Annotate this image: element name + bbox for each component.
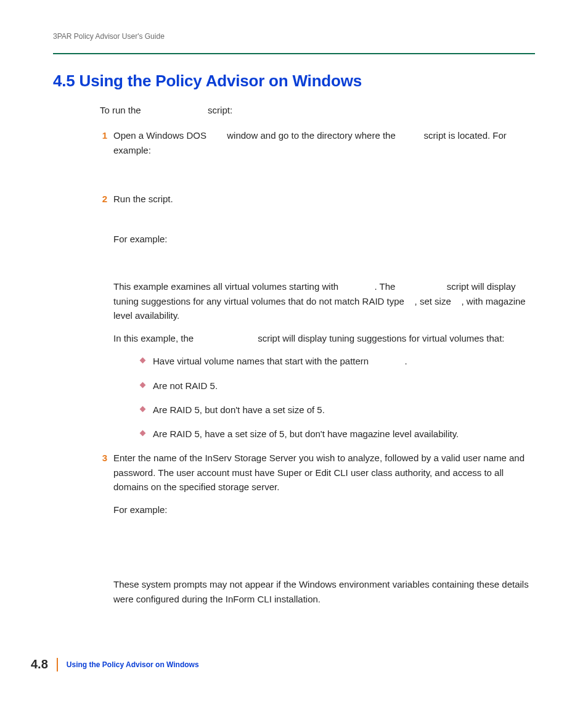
footer-section-title: Using the Policy Advisor on Windows [67, 660, 199, 669]
s2-p3d: , set size [415, 296, 454, 306]
page-number: 4.8 [31, 657, 57, 671]
step-1-text: Open a Windows DOS window and go to the … [113, 128, 535, 157]
s1-pre: Open a Windows DOS [113, 130, 209, 141]
b1b: . [405, 356, 407, 366]
s2-blank3 [407, 296, 412, 306]
b1a: Have virtual volume names that start wit… [153, 356, 371, 366]
s1-blank2 [398, 130, 422, 141]
gap [113, 166, 535, 183]
step-1: 1 Open a Windows DOS window and go to th… [100, 128, 535, 183]
intro-paragraph: To run the script: [100, 103, 535, 117]
s2-blank1 [341, 281, 372, 292]
gap [113, 255, 535, 279]
body-content: To run the script: 1 Open a Windows DOS … [100, 103, 535, 606]
s2-line1: Run the script. [113, 192, 535, 206]
s2-blank4 [454, 296, 459, 306]
s2-p4b: script will display tuning suggestions f… [258, 333, 504, 343]
s2-p4: In this example, the script will display… [113, 331, 535, 345]
list-item: Are not RAID 5. [141, 379, 535, 393]
intro-blank [144, 105, 205, 115]
s1-blank1 [209, 130, 224, 141]
intro-pre: To run the [100, 105, 144, 115]
gap [113, 525, 535, 552]
list-item: Have virtual volume names that start wit… [141, 354, 535, 368]
step-number: 3 [96, 451, 107, 465]
list-item: Are RAID 5, have a set size of 5, but do… [141, 427, 535, 441]
gap [113, 215, 535, 232]
document-page: 3PAR Policy Advisor User's Guide 4.5 Usi… [0, 0, 588, 706]
s2-blank2 [398, 281, 444, 292]
list-item: Are RAID 5, but don't have a set size of… [141, 403, 535, 417]
s2-p3a: This example examines all virtual volume… [113, 281, 341, 292]
intro-post: script: [208, 105, 232, 115]
s2-line2: For example: [113, 232, 535, 246]
page-footer: 4.8 Using the Policy Advisor on Windows [31, 657, 199, 671]
s3-p2: For example: [113, 503, 535, 517]
step-number: 2 [96, 192, 107, 206]
running-header: 3PAR Policy Advisor User's Guide [53, 32, 539, 41]
s3-p3: These system prompts may not appear if t… [113, 577, 535, 606]
footer-divider [57, 658, 58, 671]
step-number: 1 [96, 128, 107, 142]
ordered-steps: 1 Open a Windows DOS window and go to th… [100, 128, 535, 606]
step-3: 3 Enter the name of the InServ Storage S… [100, 451, 535, 606]
b1-blank [371, 356, 402, 366]
s1-mid: window and go to the directory where the [227, 130, 398, 141]
s3-p1: Enter the name of the InServ Storage Ser… [113, 451, 535, 494]
step-2: 2 Run the script. For example: This exam… [100, 192, 535, 441]
s2-blank5 [196, 333, 255, 343]
s2-p3b: . The [375, 281, 398, 292]
horizontal-rule [53, 53, 535, 54]
bullet-list: Have virtual volume names that start wit… [141, 354, 535, 441]
section-heading: 4.5 Using the Policy Advisor on Windows [53, 72, 539, 91]
s2-p3: This example examines all virtual volume… [113, 279, 535, 322]
s2-p4a: In this example, the [113, 333, 196, 343]
gap [113, 552, 535, 577]
